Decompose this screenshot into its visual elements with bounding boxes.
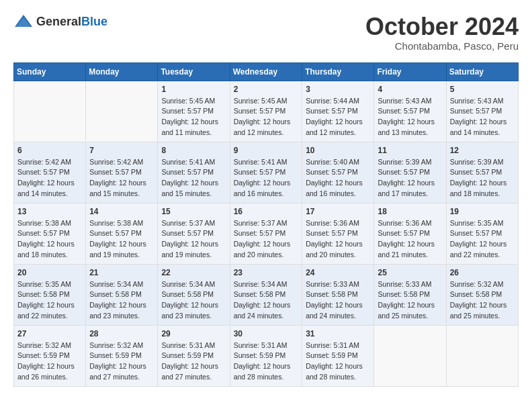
calendar-cell: 15Sunrise: 5:37 AMSunset: 5:57 PMDayligh… [158,203,230,264]
day-number: 28 [89,329,154,338]
day-info: Sunrise: 5:32 AMSunset: 5:59 PMDaylight:… [89,340,154,383]
calendar-cell: 6Sunrise: 5:42 AMSunset: 5:57 PMDaylight… [14,142,86,203]
calendar-cell: 29Sunrise: 5:31 AMSunset: 5:59 PMDayligh… [158,325,230,386]
calendar-cell: 18Sunrise: 5:36 AMSunset: 5:57 PMDayligh… [374,203,446,264]
day-info: Sunrise: 5:34 AMSunset: 5:58 PMDaylight:… [161,279,226,322]
calendar-week-row: 1Sunrise: 5:45 AMSunset: 5:57 PMDaylight… [14,81,519,142]
day-number: 19 [450,207,515,216]
calendar-cell: 4Sunrise: 5:43 AMSunset: 5:57 PMDaylight… [374,81,446,142]
day-info: Sunrise: 5:44 AMSunset: 5:57 PMDaylight:… [306,96,370,138]
day-info: Sunrise: 5:45 AMSunset: 5:57 PMDaylight:… [234,96,299,138]
day-info: Sunrise: 5:43 AMSunset: 5:57 PMDaylight:… [378,96,442,138]
day-info: Sunrise: 5:42 AMSunset: 5:57 PMDaylight:… [17,157,82,199]
day-number: 15 [161,207,226,216]
day-number: 22 [161,268,226,277]
day-number: 5 [450,85,515,94]
calendar-cell [374,325,446,386]
calendar-cell: 19Sunrise: 5:35 AMSunset: 5:57 PMDayligh… [446,203,518,264]
day-number: 21 [89,268,154,277]
calendar-subtitle: Chontabamba, Pasco, Peru [365,40,519,52]
calendar-cell: 24Sunrise: 5:33 AMSunset: 5:58 PMDayligh… [302,264,374,325]
day-info: Sunrise: 5:38 AMSunset: 5:57 PMDaylight:… [89,218,154,261]
day-number: 20 [17,268,82,277]
page-header: GeneralBlue October 2024 Chontabamba, Pa… [13,13,519,52]
day-number: 23 [234,268,299,277]
calendar-week-row: 20Sunrise: 5:35 AMSunset: 5:58 PMDayligh… [14,264,519,325]
calendar-table: SundayMondayTuesdayWednesdayThursdayFrid… [13,62,519,387]
day-number: 10 [306,146,370,155]
day-info: Sunrise: 5:31 AMSunset: 5:59 PMDaylight:… [234,340,299,383]
logo-blue: Blue [81,15,107,28]
day-info: Sunrise: 5:37 AMSunset: 5:57 PMDaylight:… [234,218,299,261]
day-header-sunday: Sunday [14,62,86,81]
day-info: Sunrise: 5:32 AMSunset: 5:59 PMDaylight:… [17,340,82,383]
day-info: Sunrise: 5:33 AMSunset: 5:58 PMDaylight:… [306,279,370,322]
day-number: 18 [378,207,442,216]
calendar-week-row: 13Sunrise: 5:38 AMSunset: 5:57 PMDayligh… [14,203,519,264]
day-info: Sunrise: 5:35 AMSunset: 5:57 PMDaylight:… [450,218,515,261]
day-info: Sunrise: 5:39 AMSunset: 5:57 PMDaylight:… [378,157,442,199]
calendar-cell: 28Sunrise: 5:32 AMSunset: 5:59 PMDayligh… [86,325,158,386]
logo-general: General [36,15,81,28]
calendar-cell: 27Sunrise: 5:32 AMSunset: 5:59 PMDayligh… [14,325,86,386]
day-number: 3 [306,85,370,94]
day-number: 14 [89,207,154,216]
day-header-thursday: Thursday [302,62,374,81]
day-number: 31 [306,329,370,338]
calendar-cell: 25Sunrise: 5:33 AMSunset: 5:58 PMDayligh… [374,264,446,325]
calendar-cell: 22Sunrise: 5:34 AMSunset: 5:58 PMDayligh… [158,264,230,325]
day-info: Sunrise: 5:32 AMSunset: 5:58 PMDaylight:… [450,279,515,322]
day-header-tuesday: Tuesday [158,62,230,81]
day-info: Sunrise: 5:40 AMSunset: 5:57 PMDaylight:… [306,157,370,199]
day-info: Sunrise: 5:41 AMSunset: 5:57 PMDaylight:… [161,157,226,199]
calendar-cell: 8Sunrise: 5:41 AMSunset: 5:57 PMDaylight… [158,142,230,203]
day-info: Sunrise: 5:41 AMSunset: 5:57 PMDaylight:… [234,157,299,199]
day-info: Sunrise: 5:37 AMSunset: 5:57 PMDaylight:… [161,218,226,261]
day-number: 26 [450,268,515,277]
day-header-saturday: Saturday [446,62,518,81]
calendar-cell: 31Sunrise: 5:31 AMSunset: 5:59 PMDayligh… [302,325,374,386]
calendar-cell: 3Sunrise: 5:44 AMSunset: 5:57 PMDaylight… [302,81,374,142]
day-header-friday: Friday [374,62,446,81]
calendar-cell: 1Sunrise: 5:45 AMSunset: 5:57 PMDaylight… [158,81,230,142]
day-number: 9 [234,146,299,155]
calendar-cell: 16Sunrise: 5:37 AMSunset: 5:57 PMDayligh… [230,203,302,264]
day-number: 2 [234,85,299,94]
calendar-cell: 30Sunrise: 5:31 AMSunset: 5:59 PMDayligh… [230,325,302,386]
logo: GeneralBlue [13,13,107,30]
day-info: Sunrise: 5:43 AMSunset: 5:57 PMDaylight:… [450,96,515,138]
calendar-cell [86,81,158,142]
day-info: Sunrise: 5:33 AMSunset: 5:58 PMDaylight:… [378,279,442,322]
calendar-title: October 2024 [365,13,519,40]
day-info: Sunrise: 5:38 AMSunset: 5:57 PMDaylight:… [17,218,82,261]
calendar-cell: 2Sunrise: 5:45 AMSunset: 5:57 PMDaylight… [230,81,302,142]
calendar-week-row: 6Sunrise: 5:42 AMSunset: 5:57 PMDaylight… [14,142,519,203]
calendar-cell: 7Sunrise: 5:42 AMSunset: 5:57 PMDaylight… [86,142,158,203]
day-number: 30 [234,329,299,338]
title-section: October 2024 Chontabamba, Pasco, Peru [365,13,519,52]
calendar-cell: 9Sunrise: 5:41 AMSunset: 5:57 PMDaylight… [230,142,302,203]
calendar-cell: 26Sunrise: 5:32 AMSunset: 5:58 PMDayligh… [446,264,518,325]
calendar-cell: 14Sunrise: 5:38 AMSunset: 5:57 PMDayligh… [86,203,158,264]
day-number: 1 [161,85,226,94]
calendar-header-row: SundayMondayTuesdayWednesdayThursdayFrid… [14,62,519,81]
day-number: 12 [450,146,515,155]
day-number: 27 [17,329,82,338]
day-info: Sunrise: 5:45 AMSunset: 5:57 PMDaylight:… [161,96,226,138]
day-number: 7 [89,146,154,155]
day-info: Sunrise: 5:34 AMSunset: 5:58 PMDaylight:… [234,279,299,322]
day-number: 11 [378,146,442,155]
day-info: Sunrise: 5:36 AMSunset: 5:57 PMDaylight:… [306,218,370,261]
calendar-cell: 23Sunrise: 5:34 AMSunset: 5:58 PMDayligh… [230,264,302,325]
calendar-cell: 20Sunrise: 5:35 AMSunset: 5:58 PMDayligh… [14,264,86,325]
day-number: 24 [306,268,370,277]
calendar-week-row: 27Sunrise: 5:32 AMSunset: 5:59 PMDayligh… [14,325,519,386]
day-info: Sunrise: 5:39 AMSunset: 5:57 PMDaylight:… [450,157,515,199]
day-info: Sunrise: 5:31 AMSunset: 5:59 PMDaylight:… [161,340,226,383]
day-number: 6 [17,146,82,155]
day-number: 17 [306,207,370,216]
day-number: 16 [234,207,299,216]
calendar-cell: 21Sunrise: 5:34 AMSunset: 5:58 PMDayligh… [86,264,158,325]
calendar-cell [446,325,518,386]
day-number: 29 [161,329,226,338]
